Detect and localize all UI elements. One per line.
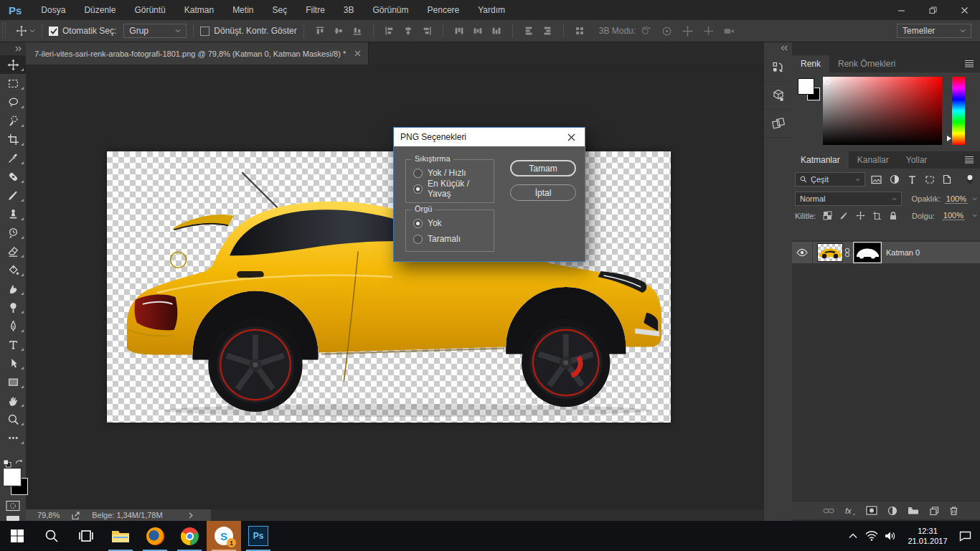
chevron-down-icon[interactable]: [972, 197, 977, 201]
dialog-title-bar[interactable]: PNG Seçenekleri: [394, 128, 585, 146]
panel-menu-icon[interactable]: [964, 60, 974, 67]
start-button[interactable]: [0, 521, 34, 551]
file-explorer-button[interactable]: [103, 521, 138, 551]
radio-button-selected[interactable]: [413, 184, 423, 194]
rectangle-tool[interactable]: [0, 372, 26, 391]
dialog-close-icon[interactable]: [565, 132, 578, 143]
cancel-button[interactable]: İptal: [510, 184, 576, 201]
distribute-top-edges-icon[interactable]: [454, 26, 464, 36]
distribute-left-edges-icon[interactable]: [524, 26, 534, 36]
clone-stamp-tool[interactable]: [0, 204, 26, 223]
menu-duzenle[interactable]: Düzenle: [75, 0, 125, 20]
distribute-bottom-edges-icon[interactable]: [491, 26, 501, 36]
type-tool[interactable]: [0, 335, 26, 354]
radio-interlace-none[interactable]: Yok: [413, 217, 494, 229]
layer-name[interactable]: Katman 0: [886, 248, 920, 257]
history-panel-icon[interactable]: [764, 54, 792, 82]
menu-3b[interactable]: 3B: [334, 0, 364, 20]
menu-sec[interactable]: Seç: [263, 0, 296, 20]
layer-thumbnail[interactable]: [817, 243, 843, 262]
chevron-down-icon[interactable]: [972, 214, 977, 217]
menu-yardim[interactable]: Yardım: [468, 0, 514, 20]
ok-button[interactable]: Tamam: [510, 160, 576, 176]
layer-mask-link-icon[interactable]: [844, 248, 850, 258]
lock-all-icon[interactable]: [889, 211, 897, 220]
align-right-edges-icon[interactable]: [422, 26, 432, 36]
radio-button[interactable]: [413, 235, 423, 244]
layer-filter-dropdown[interactable]: Çeşit: [795, 172, 865, 187]
dodge-tool[interactable]: [0, 298, 26, 316]
taskbar-clock[interactable]: 12:31 21.01.2017: [903, 526, 953, 547]
crop-tool[interactable]: [0, 130, 26, 149]
firefox-button[interactable]: [138, 521, 172, 551]
share-icon[interactable]: [71, 511, 80, 520]
path-selection-tool[interactable]: [0, 354, 26, 372]
lasso-tool[interactable]: [0, 93, 26, 111]
3d-panel-icon[interactable]: [764, 82, 792, 110]
status-chevron-icon[interactable]: [189, 512, 193, 519]
align-vertical-centers-icon[interactable]: [334, 26, 344, 36]
edit-toolbar-button[interactable]: [0, 428, 26, 447]
tray-expand-chevron[interactable]: [844, 533, 862, 539]
layer-row-katman-0[interactable]: Katman 0: [792, 242, 980, 263]
foreground-color-swatch[interactable]: [4, 468, 21, 486]
workspace-dropdown[interactable]: Temeller: [897, 24, 971, 38]
spot-healing-brush-tool[interactable]: [0, 167, 26, 186]
menu-dosya[interactable]: Dosya: [32, 0, 75, 20]
link-layers-icon[interactable]: [823, 507, 834, 514]
toolbar-collapse-button[interactable]: [0, 42, 26, 55]
layer-style-fx-icon[interactable]: fx: [844, 506, 856, 516]
close-button[interactable]: [948, 0, 980, 20]
layer-visibility-eye-icon[interactable]: [792, 242, 813, 263]
zoom-level[interactable]: 79,8%: [37, 511, 60, 519]
align-left-edges-icon[interactable]: [385, 26, 395, 36]
saturation-brightness-field[interactable]: [823, 77, 942, 145]
filter-type-layers-icon[interactable]: [908, 175, 917, 184]
screen-mode-button[interactable]: [6, 516, 19, 521]
eyedropper-tool[interactable]: [0, 149, 26, 167]
add-layer-mask-icon[interactable]: [866, 506, 877, 515]
document-tab[interactable]: 7-ileri-vites-sari-renk-araba-fotografi-…: [26, 42, 369, 65]
align-horizontal-centers-icon[interactable]: [403, 26, 413, 36]
hue-slider[interactable]: [952, 77, 965, 145]
default-colors-icon[interactable]: [3, 459, 11, 468]
smudge-tool[interactable]: [0, 279, 26, 298]
action-center-button[interactable]: [956, 531, 974, 542]
lock-position-icon[interactable]: [856, 211, 865, 220]
history-brush-tool[interactable]: [0, 223, 26, 242]
radio-none-fast[interactable]: Yok / Hızlı: [413, 167, 494, 179]
color-field-marker[interactable]: [824, 78, 831, 85]
tab-kanallar[interactable]: Kanallar: [849, 151, 897, 169]
move-tool-preset-icon[interactable]: [16, 25, 27, 37]
panel-foreground-swatch[interactable]: [798, 78, 814, 95]
hand-tool[interactable]: [0, 391, 26, 410]
options-bar-grip[interactable]: [2, 23, 6, 39]
quick-selection-tool[interactable]: [0, 111, 26, 130]
filter-adjustment-layers-icon[interactable]: [890, 174, 900, 184]
new-group-icon[interactable]: [908, 506, 919, 515]
tab-katmanlar[interactable]: Katmanlar: [792, 151, 849, 169]
swap-colors-icon[interactable]: [14, 458, 24, 466]
align-bottom-edges-icon[interactable]: [352, 26, 362, 36]
paint-bucket-tool[interactable]: [0, 260, 26, 279]
taskbar-search-button[interactable]: [34, 521, 69, 551]
menu-goruntu[interactable]: Görüntü: [125, 0, 174, 20]
menu-metin[interactable]: Metin: [223, 0, 263, 20]
chevron-down-icon[interactable]: [29, 29, 35, 33]
lock-pixels-icon[interactable]: [839, 211, 849, 220]
wifi-icon[interactable]: [862, 531, 881, 541]
delete-layer-trash-icon[interactable]: [949, 506, 958, 516]
panel-menu-icon[interactable]: [964, 156, 974, 164]
menu-pencere[interactable]: Pencere: [418, 0, 469, 20]
document-size-info[interactable]: Belge: 1,34M/1,78M: [92, 511, 162, 519]
distribute-vertical-centers-icon[interactable]: [473, 26, 483, 36]
volume-icon[interactable]: [881, 531, 900, 541]
filter-pixel-layers-icon[interactable]: [871, 175, 882, 184]
document-image[interactable]: [107, 151, 671, 423]
distribute-spacing-icon[interactable]: [575, 26, 585, 36]
new-layer-icon[interactable]: [929, 506, 939, 516]
distribute-right-edges-icon[interactable]: [542, 26, 552, 36]
quick-mask-button[interactable]: [6, 500, 20, 512]
eraser-tool[interactable]: [0, 242, 26, 260]
chrome-button[interactable]: [172, 521, 207, 551]
